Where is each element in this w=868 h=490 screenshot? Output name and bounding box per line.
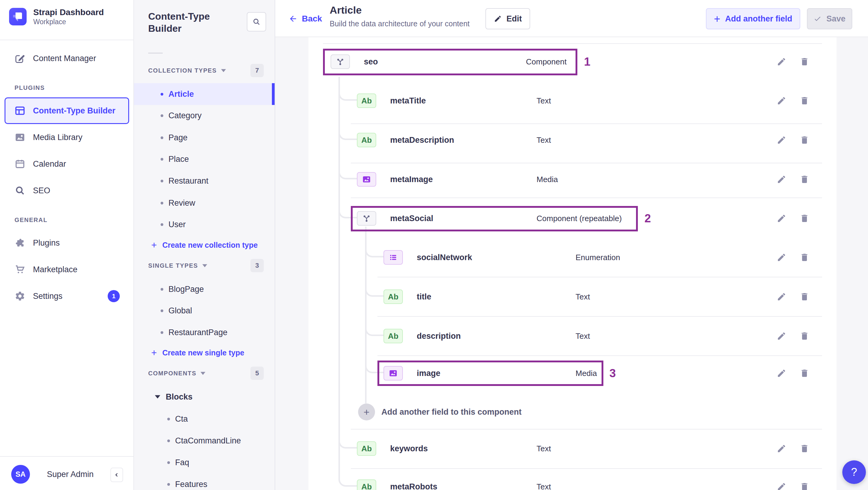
create-single-type-link[interactable]: + Create new single type <box>151 348 244 357</box>
collection-item-restaurant[interactable]: Restaurant <box>134 170 275 192</box>
bullet-icon <box>161 202 163 205</box>
field-row-metadescription[interactable]: Ab metaDescription <box>357 127 454 153</box>
component-item-features[interactable]: Features <box>134 473 275 490</box>
field-row-keywords[interactable]: Ab keywords <box>357 435 428 462</box>
field-row-metarobots[interactable]: Ab metaRobots <box>357 473 437 490</box>
bullet-icon <box>161 136 163 139</box>
add-component-field-button[interactable]: + <box>358 403 375 421</box>
delete-field-button[interactable] <box>800 368 809 378</box>
sidebar-item-calendar[interactable]: Calendar <box>0 153 133 175</box>
edit-field-button[interactable] <box>777 135 786 145</box>
sidebar-item-marketplace[interactable]: Marketplace <box>0 258 133 280</box>
field-row-socialnetwork[interactable]: socialNetwork <box>383 244 472 271</box>
field-name: metaImage <box>390 175 433 184</box>
plus-icon: + <box>714 15 720 23</box>
question-mark-icon: ? <box>851 466 857 479</box>
page-title: Article <box>330 4 362 16</box>
delete-field-button[interactable] <box>800 482 809 490</box>
sidebar-section-general: GENERAL <box>14 217 48 223</box>
collection-item-label: Review <box>168 198 195 208</box>
collection-item-page[interactable]: Page <box>134 127 275 149</box>
collection-item-article[interactable]: Article <box>134 83 275 105</box>
field-row-description[interactable]: Ab description <box>383 323 461 349</box>
avatar[interactable]: SA <box>11 465 30 484</box>
field-name: description <box>417 332 461 341</box>
component-item-cta[interactable]: Cta <box>134 408 275 430</box>
field-type: Text <box>536 482 551 490</box>
edit-field-button[interactable] <box>777 368 786 378</box>
edit-field-button[interactable] <box>777 252 786 262</box>
row-separator <box>351 123 822 124</box>
delete-field-button[interactable] <box>800 57 809 66</box>
bullet-icon <box>161 180 163 182</box>
content-background: seo Component Ab metaTitle Text Ab metaD… <box>275 37 868 490</box>
collection-item-user[interactable]: User <box>134 214 275 235</box>
sidebar-item-plugins[interactable]: Plugins <box>0 232 133 254</box>
component-item-label: Cta <box>175 415 188 424</box>
delete-field-button[interactable] <box>800 444 809 453</box>
fields-card: seo Component Ab metaTitle Text Ab metaD… <box>309 37 837 490</box>
edit-field-button[interactable] <box>777 482 786 490</box>
workspace-switcher[interactable]: Strapi Dashboard Workplace <box>9 7 104 26</box>
collection-item-category[interactable]: Category <box>134 105 275 126</box>
collection-item-place[interactable]: Place <box>134 148 275 170</box>
bullet-icon <box>161 223 163 226</box>
edit-field-button[interactable] <box>777 96 786 105</box>
single-types-count: 3 <box>250 259 264 272</box>
edit-field-button[interactable] <box>777 175 786 184</box>
annotation-number-3: 3 <box>610 367 616 380</box>
component-item-faq[interactable]: Faq <box>134 452 275 473</box>
save-button[interactable]: Save <box>807 8 852 29</box>
add-component-field-label[interactable]: Add another field to this component <box>381 407 521 417</box>
delete-field-button[interactable] <box>800 96 809 105</box>
cart-icon <box>14 264 25 275</box>
add-another-field-button[interactable]: + Add another field <box>706 8 800 29</box>
component-group-blocks[interactable]: Blocks <box>155 392 193 402</box>
media-field-icon <box>357 172 376 187</box>
single-types-header[interactable]: SINGLE TYPES <box>148 262 207 269</box>
single-item-restaurantpage[interactable]: RestaurantPage <box>134 321 275 343</box>
sidebar-item-content-type-builder[interactable]: Content-Type Builder <box>4 97 129 124</box>
edit-field-button[interactable] <box>777 57 786 66</box>
tree-elbow <box>338 165 357 179</box>
back-link[interactable]: Back <box>288 14 322 24</box>
sidebar-item-seo[interactable]: SEO <box>0 180 133 202</box>
component-item-ctacommandline[interactable]: CtaCommandLine <box>134 430 275 452</box>
edit-field-button[interactable] <box>777 292 786 302</box>
row-separator <box>351 429 822 429</box>
delete-field-button[interactable] <box>800 331 809 341</box>
field-row-metaimage[interactable]: metaImage <box>357 166 433 193</box>
edit-field-button[interactable] <box>777 331 786 341</box>
collection-item-review[interactable]: Review <box>134 192 275 214</box>
delete-field-button[interactable] <box>800 214 809 223</box>
delete-field-button[interactable] <box>800 252 809 262</box>
collection-types-header[interactable]: COLLECTION TYPES <box>148 67 226 74</box>
sidebar-collapse-button[interactable] <box>111 468 123 482</box>
single-item-blogpage[interactable]: BlogPage <box>134 278 275 300</box>
annotation-box-2 <box>351 206 638 232</box>
components-header[interactable]: COMPONENTS <box>148 370 205 377</box>
single-item-global[interactable]: Global <box>134 300 275 321</box>
delete-field-button[interactable] <box>800 175 809 184</box>
delete-field-button[interactable] <box>800 135 809 145</box>
sidebar-item-label: Content-Type Builder <box>33 106 116 116</box>
delete-field-button[interactable] <box>800 292 809 302</box>
sidebar-item-content-manager[interactable]: Content Manager <box>0 48 133 69</box>
row-separator <box>351 468 822 469</box>
page-subtitle: Build the data architecture of your cont… <box>330 19 470 28</box>
search-button[interactable] <box>247 12 266 31</box>
create-collection-type-link[interactable]: + Create new collection type <box>151 241 258 249</box>
edit-field-button[interactable] <box>777 444 786 453</box>
pen-icon <box>14 53 25 64</box>
sidebar-divider <box>0 456 134 457</box>
edit-button[interactable]: Edit <box>486 8 530 29</box>
sidebar-item-media-library[interactable]: Media Library <box>0 126 133 148</box>
bullet-icon <box>161 158 163 161</box>
bullet-icon <box>161 114 163 117</box>
field-row-metatitle[interactable]: Ab metaTitle <box>357 87 426 114</box>
single-item-label: BlogPage <box>168 285 204 294</box>
help-button[interactable]: ? <box>842 460 866 484</box>
field-row-title[interactable]: Ab title <box>383 283 431 310</box>
edit-field-button[interactable] <box>777 214 786 223</box>
bullet-icon <box>161 93 163 96</box>
